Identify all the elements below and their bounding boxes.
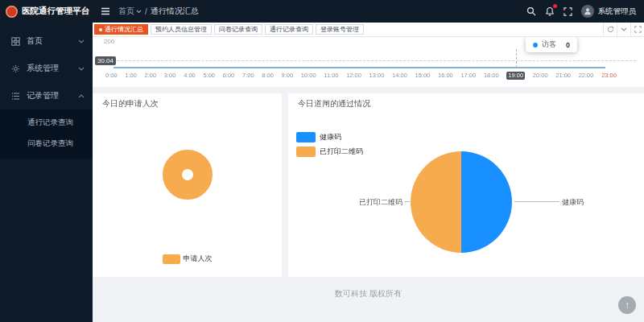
- sidebar-item-access-record-query[interactable]: 通行记录查询: [0, 112, 93, 133]
- card-title: 今日的申请人次: [102, 98, 159, 109]
- breadcrumb-separator: /: [145, 7, 147, 16]
- pie-label-line: [514, 201, 559, 202]
- tags-collapse-button[interactable]: [617, 23, 630, 36]
- chevron-down-icon: [136, 10, 142, 14]
- timeline-x-ticks: 0:001:002:003:004:005:006:007:008:009:00…: [105, 72, 617, 80]
- x-axis-tick: 3:00: [164, 72, 176, 80]
- visitor-trend-chart[interactable]: 200 30.04 访客 0 0:001:002:003:004:005:006…: [93, 37, 644, 87]
- gate-legend: 健康码 已打印二维码: [296, 132, 363, 157]
- x-axis-tick: 12:00: [346, 72, 361, 80]
- chevron-down-icon: [78, 39, 85, 43]
- tab-access-record-query[interactable]: 通行记录查询: [265, 24, 313, 35]
- legend-label: 已打印二维码: [320, 147, 363, 157]
- gate-pass-card: 今日道闸的通过情况 健康码 已打印二维码 已打印二维码 健康码: [288, 93, 644, 277]
- axis-pointer-hline: [117, 60, 636, 61]
- applications-card: 今日的申请人次 申请人次: [93, 93, 282, 277]
- notifications-button[interactable]: [545, 6, 555, 16]
- applications-legend-item[interactable]: 申请人次: [163, 254, 213, 264]
- sidebar-collapse-button[interactable]: [99, 5, 112, 18]
- sidebar-subitem-label: 通行记录查询: [27, 118, 73, 128]
- x-axis-tick: 16:00: [438, 72, 453, 80]
- x-axis-tick: 5:00: [203, 72, 215, 80]
- back-to-top-button[interactable]: ↑: [618, 296, 636, 314]
- fullscreen-icon: [564, 7, 572, 16]
- tooltip-series-dot: [533, 43, 538, 47]
- app-title: 医院通行管理平台: [22, 6, 89, 17]
- refresh-button[interactable]: [603, 23, 617, 36]
- legend-label: 申请人次: [184, 254, 213, 264]
- axis-pointer-vline: [516, 49, 517, 68]
- sidebar-item-label: 记录管理: [27, 90, 72, 101]
- pie-slice-label-health-code: 健康码: [562, 197, 584, 208]
- user-menu[interactable]: 系统管理员: [581, 5, 637, 18]
- person-icon: [584, 7, 592, 15]
- sidebar-item-questionnaire-record-query[interactable]: 问卷记录查询: [0, 133, 93, 154]
- x-axis-tick: 22:00: [579, 72, 594, 80]
- refresh-icon: [607, 26, 614, 33]
- breadcrumb-home[interactable]: 首页: [118, 6, 142, 17]
- tab-reservation-person-info[interactable]: 预约人员信息管理: [151, 24, 212, 35]
- avatar: [581, 5, 594, 18]
- tooltip-series-name: 访客: [542, 39, 556, 50]
- bell-icon: [545, 6, 555, 16]
- x-axis-tick: 7:00: [242, 72, 254, 80]
- gate-legend-swatch-0: [296, 132, 316, 142]
- x-axis-tick: 11:00: [324, 72, 338, 80]
- tab-login-account-management[interactable]: 登录账号管理: [316, 24, 364, 35]
- breadcrumb: 首页 / 通行情况汇总: [118, 6, 199, 17]
- up-arrow-icon: ↑: [625, 299, 630, 311]
- sidebar-submenu-records: 通行记录查询 问卷记录查询: [0, 109, 93, 159]
- user-name: 系统管理员: [598, 6, 637, 17]
- gate-pie-chart[interactable]: [411, 151, 512, 253]
- x-axis-tick: 1:00: [125, 72, 137, 80]
- tab-label: 预约人员信息管理: [155, 25, 207, 34]
- hamburger-icon: [101, 6, 110, 16]
- tags-view: 通行情况汇总 预约人员信息管理 问卷记录查询 通行记录查询 登录账号管理: [93, 23, 644, 37]
- legend-label: 健康码: [320, 132, 341, 142]
- app-logo-icon: [6, 6, 18, 18]
- x-axis-tick: 6:00: [223, 72, 235, 80]
- y-axis-pointer-label: 30.04: [95, 56, 116, 65]
- tab-label: 登录账号管理: [320, 25, 359, 34]
- breadcrumb-home-label: 首页: [118, 6, 134, 17]
- content-fullscreen-button[interactable]: [630, 23, 644, 36]
- sidebar-item-record-management[interactable]: 记录管理: [0, 82, 93, 109]
- tab-access-summary[interactable]: 通行情况汇总: [94, 24, 148, 35]
- tab-label: 通行记录查询: [270, 25, 308, 34]
- tooltip-series-value: 0: [566, 41, 570, 49]
- search-button[interactable]: [526, 6, 536, 16]
- applications-donut-chart[interactable]: [163, 150, 213, 200]
- x-axis-tick: 15:00: [415, 72, 431, 80]
- breadcrumb-current: 通行情况汇总: [151, 6, 199, 17]
- x-axis-tick: 13:00: [369, 72, 385, 80]
- app-brand[interactable]: 医院通行管理平台: [0, 6, 93, 18]
- fullscreen-button[interactable]: [564, 7, 572, 16]
- x-axis-tick: 8:00: [262, 72, 274, 80]
- header-actions: 系统管理员: [526, 5, 644, 18]
- gear-icon: [11, 64, 20, 73]
- sidebar-item-system-management[interactable]: 系统管理: [0, 55, 93, 82]
- x-axis-tick: 20:00: [533, 72, 548, 80]
- chart-tooltip: 访客 0: [526, 37, 577, 52]
- chevron-down-icon: [78, 67, 85, 71]
- card-title: 今日道闸的通过情况: [298, 98, 370, 109]
- list-icon: [11, 92, 20, 101]
- active-tab-dot: [99, 28, 102, 31]
- charts-row: 今日的申请人次 申请人次 今日道闸的通过情况 健康码 已打印二维码 已打印二维码: [93, 93, 644, 277]
- tab-questionnaire-record-query[interactable]: 问卷记录查询: [214, 24, 262, 35]
- tab-label: 通行情况汇总: [105, 25, 143, 34]
- gate-legend-swatch-1: [296, 147, 316, 157]
- pie-slice-label-printed-qr: 已打印二维码: [356, 197, 402, 208]
- tab-label: 问卷记录查询: [219, 25, 258, 34]
- sidebar-item-label: 系统管理: [27, 63, 72, 74]
- chevron-down-icon: [621, 27, 627, 31]
- main-content: 200 30.04 访客 0 0:001:002:003:004:005:006…: [93, 37, 644, 322]
- chevron-up-icon: [78, 94, 85, 98]
- legend-item-health-code[interactable]: 健康码: [296, 132, 363, 142]
- x-axis-tick: 19:00: [506, 72, 525, 80]
- x-axis-tick: 2:00: [145, 72, 157, 80]
- y-axis-tick: 200: [104, 38, 114, 45]
- legend-item-printed-qr[interactable]: 已打印二维码: [296, 147, 363, 157]
- sidebar-item-home[interactable]: 首页: [0, 27, 93, 55]
- grid-icon: [11, 37, 20, 46]
